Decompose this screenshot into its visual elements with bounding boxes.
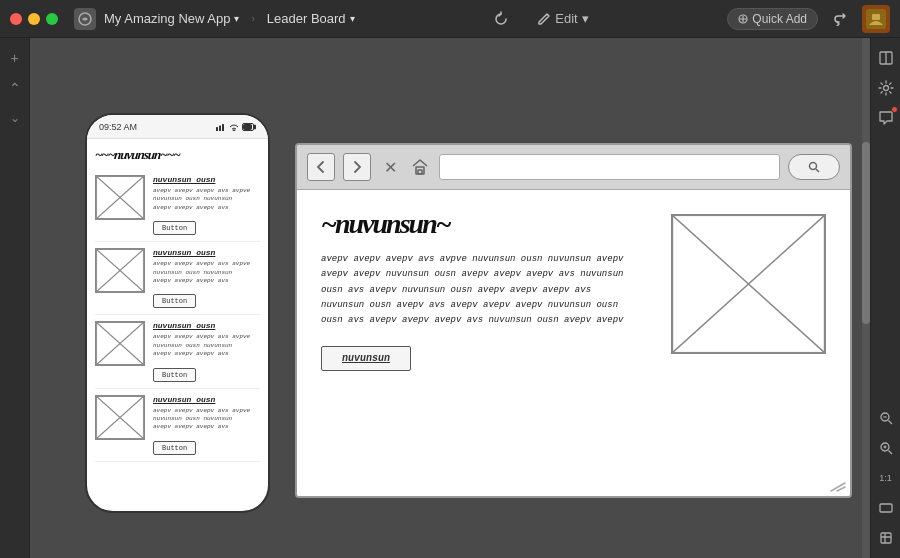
item-body: avepv avepv avepv avs avpvenuvunsun ousn… (153, 260, 260, 285)
image-placeholder (95, 248, 145, 293)
item-title: nuvunsun ousn (153, 321, 260, 330)
fit-width-icon[interactable] (874, 496, 898, 520)
browser-body-text: avepv avepv avepv avs avpve nuvunsun ous… (321, 252, 651, 328)
svg-point-37 (810, 163, 817, 170)
svg-line-38 (816, 169, 819, 172)
browser-heading: ~nuvunsun~ (321, 210, 651, 238)
left-sidebar: + ⌃ ⌄ (0, 38, 30, 558)
back-button[interactable] (307, 153, 335, 181)
user-panel-icon[interactable] (874, 46, 898, 70)
add-icon[interactable]: + (3, 46, 27, 70)
stop-button[interactable]: ✕ (379, 156, 401, 178)
svg-rect-14 (880, 504, 892, 512)
url-bar[interactable] (439, 154, 780, 180)
canvas-area: 09:52 AM ~~~nuvunsun~~~ (30, 38, 870, 558)
image-placeholder (95, 395, 145, 440)
svg-rect-22 (244, 124, 252, 129)
item-body: avepv avepv avepv avs avpvenuvunsun ousn… (153, 333, 260, 358)
fit-all-icon[interactable] (874, 526, 898, 550)
board-name[interactable]: Leader Board ▾ (267, 11, 355, 26)
item-body: avepv avepv avepv avs avpvenuvunsun ousn… (153, 187, 260, 212)
svg-rect-15 (881, 533, 891, 543)
share-button[interactable] (826, 5, 854, 33)
item-title: nuvunsun ousn (153, 248, 260, 257)
search-button[interactable] (788, 154, 840, 180)
settings-icon[interactable] (874, 76, 898, 100)
board-name-chevron: ▾ (350, 13, 355, 24)
list-item: nuvunsun ousn avepv avepv avepv avs avpv… (95, 242, 260, 315)
svg-line-13 (888, 451, 892, 455)
phone-item-text: nuvunsun ousn avepv avepv avepv avs avpv… (153, 175, 260, 235)
maximize-button[interactable] (46, 13, 58, 25)
traffic-lights (10, 13, 58, 25)
svg-line-9 (888, 421, 892, 425)
minimize-button[interactable] (28, 13, 40, 25)
scrollbar-thumb[interactable] (862, 142, 870, 324)
phone-wireframe: 09:52 AM ~~~nuvunsun~~~ (85, 113, 270, 513)
browser-toolbar: ✕ (297, 145, 850, 190)
toolbar-center: Edit ▾ (363, 7, 720, 31)
list-item: nuvunsun ousn avepv avepv avepv avs avpv… (95, 315, 260, 388)
item-button[interactable]: Button (153, 441, 196, 455)
phone-item-text: nuvunsun ousn avepv avepv avepv avs avpv… (153, 395, 260, 455)
chevron-down-icon[interactable]: ⌄ (3, 106, 27, 130)
zoom-out-icon[interactable] (874, 406, 898, 430)
history-button[interactable] (485, 7, 517, 31)
phone-time: 09:52 AM (99, 122, 137, 132)
item-button[interactable]: Button (153, 368, 196, 382)
svg-point-19 (233, 129, 235, 130)
item-title: nuvunsun ousn (153, 395, 260, 404)
toolbar-right: Quick Add (727, 5, 890, 33)
browser-wireframe: ✕ ~nuvunsun~ av (295, 143, 852, 498)
app-name[interactable]: My Amazing New App ▾ (104, 11, 239, 26)
image-placeholder (95, 321, 145, 366)
phone-item-text: nuvunsun ousn avepv avepv avepv avs avpv… (153, 321, 260, 381)
breadcrumb-separator: › (251, 13, 254, 24)
phone-title: ~~~nuvunsun~~~ (94, 147, 260, 163)
zoom-in-icon[interactable] (874, 436, 898, 460)
list-item: nuvunsun ousn avepv avepv avepv avs avpv… (95, 389, 260, 462)
item-button[interactable]: Button (153, 221, 196, 235)
browser-image-placeholder (671, 214, 826, 354)
chevron-up-icon[interactable]: ⌃ (3, 76, 27, 100)
browser-footer (826, 478, 850, 496)
browser-content: ~nuvunsun~ avepv avepv avepv avs avpve n… (297, 190, 850, 496)
app-name-chevron: ▾ (234, 13, 239, 24)
phone-content: ~~~nuvunsun~~~ nuvunsun ousn avepv avepv… (87, 139, 268, 470)
title-bar: My Amazing New App ▾ › Leader Board ▾ Ed… (0, 0, 900, 38)
edit-button[interactable]: Edit ▾ (529, 7, 596, 30)
zoom-fit-1to1[interactable]: 1:1 (879, 466, 892, 490)
app-icon (74, 8, 96, 30)
list-item: nuvunsun ousn avepv avepv avepv avs avpv… (95, 169, 260, 242)
svg-rect-21 (254, 125, 256, 129)
close-button[interactable] (10, 13, 22, 25)
right-sidebar: 1:1 (870, 38, 900, 558)
forward-button[interactable] (343, 153, 371, 181)
svg-rect-36 (418, 170, 422, 174)
image-placeholder (95, 175, 145, 220)
quick-add-button[interactable]: Quick Add (727, 8, 818, 30)
phone-item-text: nuvunsun ousn avepv avepv avepv avs avpv… (153, 248, 260, 308)
browser-text-area: ~nuvunsun~ avepv avepv avepv avs avpve n… (321, 210, 651, 476)
home-button[interactable] (409, 156, 431, 178)
item-body: avepv avepv avepv avs avpvenuvunsun ousn… (153, 407, 260, 432)
item-button[interactable]: Button (153, 294, 196, 308)
svg-rect-17 (219, 125, 221, 131)
scrollbar[interactable] (862, 38, 870, 558)
comments-icon[interactable] (874, 106, 898, 130)
item-title: nuvunsun ousn (153, 175, 260, 184)
svg-rect-3 (872, 14, 880, 20)
phone-status-bar: 09:52 AM (87, 115, 268, 139)
svg-rect-16 (216, 127, 218, 131)
cta-button[interactable]: nuvunsun (321, 346, 411, 371)
svg-point-6 (883, 86, 888, 91)
avatar[interactable] (862, 5, 890, 33)
svg-rect-18 (222, 124, 224, 131)
